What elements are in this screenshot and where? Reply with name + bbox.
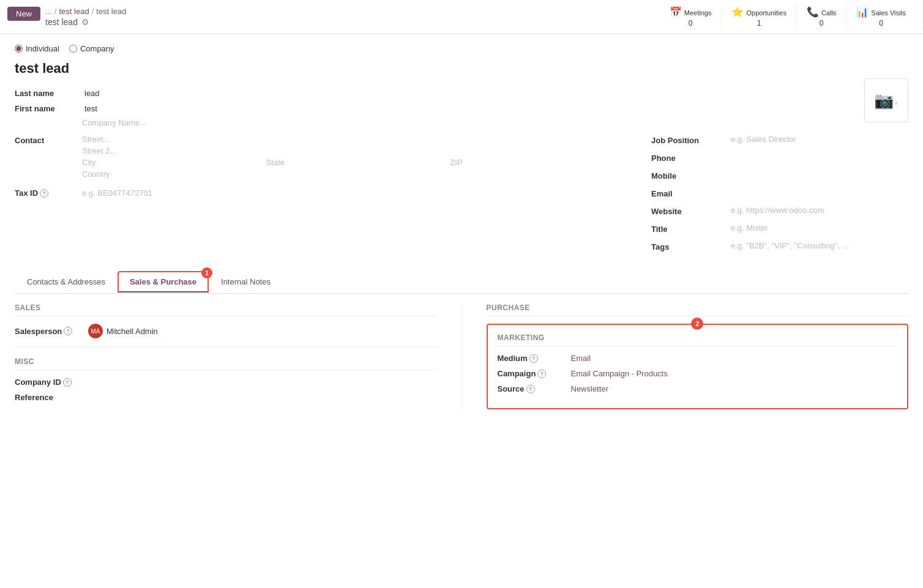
last-name-value[interactable]: lead [82, 87, 908, 99]
source-value[interactable]: Newsletter [571, 384, 898, 393]
stat-meetings[interactable]: 📅 Meetings 0 [660, 4, 722, 30]
salesperson-avatar: MA [88, 324, 103, 338]
reference-row: Reference [15, 393, 437, 402]
company-radio-label[interactable]: Company [69, 44, 114, 53]
sales_visits-icon: 📊 [856, 6, 869, 18]
individual-label: Individual [26, 44, 59, 53]
individual-radio[interactable] [15, 45, 23, 53]
sp-right: PURCHASE 2 MARKETING Medium ? Ema [462, 303, 909, 409]
form-right: Job Position e.g. Sales Director Phone M… [651, 135, 908, 259]
meetings-label: Meetings [684, 9, 712, 17]
company-id-help-icon[interactable]: ? [63, 378, 72, 387]
medium-value[interactable]: Email [571, 354, 898, 363]
stat-calls[interactable]: 📞 Calls 0 [796, 4, 846, 30]
right-field-label-3: Email [651, 188, 731, 198]
meetings-count: 0 [689, 19, 693, 28]
camera-add-icon: 📷+ [874, 91, 899, 110]
tab-contacts[interactable]: Contacts & Addresses [15, 271, 118, 294]
sales_visits-label: Sales Visits [871, 9, 906, 17]
sales_visits-count: 0 [879, 19, 883, 28]
first-name-value[interactable]: test [82, 103, 908, 114]
tax-id-label: Tax ID ? [15, 188, 82, 198]
source-label: Source ? [498, 384, 571, 393]
source-row: Source ? Newsletter [498, 384, 898, 393]
medium-help-icon[interactable]: ? [529, 354, 538, 363]
salesperson-help-icon[interactable]: ? [64, 327, 72, 335]
photo-upload[interactable]: 📷+ [864, 78, 908, 122]
company-name-row: Company Name... [15, 118, 908, 127]
salesperson-label: Salesperson ? [15, 327, 88, 336]
tab-badge-1: 1 [201, 267, 212, 278]
right-field-value-6[interactable]: e.g. "B2B", "VIP", "Consulting", ... [731, 241, 908, 250]
salesperson-row: Salesperson ? MA Mitchell Admin [15, 324, 437, 338]
stat-sales_visits[interactable]: 📊 Sales Visits 0 [846, 4, 916, 30]
right-field-label-6: Tags [651, 241, 731, 251]
calls-label: Calls [821, 9, 836, 17]
marketing-title: MARKETING [498, 333, 898, 346]
campaign-help-icon[interactable]: ? [537, 370, 546, 378]
state-field[interactable]: State [266, 158, 443, 167]
zip-field[interactable]: ZIP [450, 158, 627, 167]
misc-title: MISC [15, 357, 437, 370]
last-name-label: Last name [15, 87, 82, 98]
company-label: Company [80, 44, 114, 53]
breadcrumb-dots[interactable]: ... [45, 7, 52, 16]
tax-id-help-icon[interactable]: ? [40, 189, 48, 198]
breadcrumb: ... / test lead / test lead [45, 7, 126, 16]
company-name-spacer [15, 118, 82, 119]
tab-sales-purchase[interactable]: Sales & Purchase [118, 271, 209, 292]
tab-sales-purchase-wrap: Sales & Purchase 1 [118, 271, 209, 293]
sales-purchase-content: SALES Salesperson ? MA Mitchell Admin [15, 294, 908, 419]
company-name-input[interactable]: Company Name... [82, 118, 146, 127]
calls-count: 0 [820, 19, 824, 28]
campaign-row: Campaign ? Email Campaign - Products [498, 369, 898, 378]
medium-label: Medium ? [498, 354, 571, 363]
address-block: Street... Street 2... City State ZIP Cou… [82, 135, 627, 181]
right-field-label-1: Phone [651, 152, 731, 163]
company-id-row: Company ID ? [15, 378, 437, 387]
breadcrumb-parent[interactable]: test lead [59, 7, 89, 16]
city-state-zip-row: City State ZIP [82, 158, 627, 167]
source-help-icon[interactable]: ? [526, 385, 535, 393]
first-name-row: First name test [15, 103, 908, 114]
form-left: Contact Street... Street 2... City State… [15, 135, 627, 259]
calls-icon: 📞 [807, 6, 819, 18]
gear-icon[interactable]: ⚙ [81, 17, 89, 27]
campaign-value[interactable]: Email Campaign - Products [571, 369, 898, 378]
main-form: Individual Company 📷+ test lead Last nam… [0, 34, 923, 429]
country-field[interactable]: Country [82, 169, 627, 179]
subtitle-text: test lead [45, 17, 78, 27]
stat-opportunities[interactable]: ⭐ Opportunities 1 [721, 4, 796, 30]
stats-bar: 📅 Meetings 0 ⭐ Opportunities 1 📞 Calls 0… [660, 4, 916, 30]
right-field-row-6: Tags e.g. "B2B", "VIP", "Consulting", ..… [651, 241, 908, 251]
reference-label: Reference [15, 393, 88, 402]
opportunities-count: 1 [757, 19, 761, 28]
breadcrumb-sep1: / [54, 7, 57, 16]
last-name-row: Last name lead [15, 87, 908, 99]
right-field-row-4: Website e.g. https://www.odoo.com [651, 206, 908, 216]
right-field-label-0: Job Position [651, 135, 731, 145]
medium-row: Medium ? Email [498, 354, 898, 363]
top-bar: New ... / test lead / test lead test lea… [0, 0, 923, 34]
company-radio[interactable] [69, 45, 77, 53]
meetings-icon: 📅 [670, 6, 682, 18]
marketing-box-wrap: 2 MARKETING Medium ? Email [487, 324, 909, 409]
tax-id-value[interactable]: e.g. BE0477472701 [82, 188, 152, 198]
company-id-label: Company ID ? [15, 378, 88, 387]
right-field-value-0[interactable]: e.g. Sales Director [731, 135, 908, 144]
tax-id-row: Tax ID ? e.g. BE0477472701 [15, 188, 627, 198]
tab-internal-notes[interactable]: Internal Notes [209, 271, 283, 294]
new-button[interactable]: New [7, 7, 40, 21]
contact-row: Contact Street... Street 2... City State… [15, 135, 627, 181]
street2-field[interactable]: Street 2... [82, 146, 627, 155]
street-field[interactable]: Street... [82, 135, 627, 144]
individual-radio-label[interactable]: Individual [15, 44, 59, 53]
right-field-row-5: Title e.g. Mister [651, 223, 908, 234]
contact-label: Contact [15, 135, 82, 145]
right-field-value-4[interactable]: e.g. https://www.odoo.com [731, 206, 908, 215]
city-field[interactable]: City [82, 158, 259, 167]
salesperson-value[interactable]: MA Mitchell Admin [88, 324, 437, 338]
sales-section-title: SALES [15, 303, 437, 316]
right-field-value-5[interactable]: e.g. Mister [731, 223, 908, 233]
page-subtitle: test lead ⚙ [45, 17, 126, 27]
